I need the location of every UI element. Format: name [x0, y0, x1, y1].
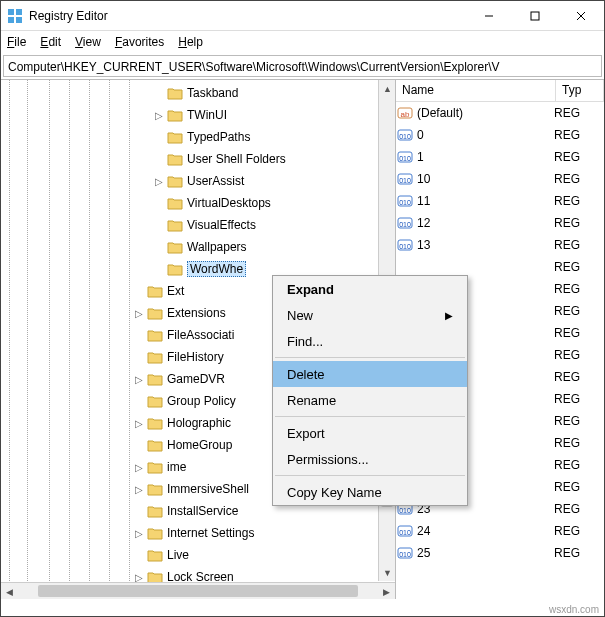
scroll-up-button[interactable]: ▲ — [379, 80, 396, 97]
value-type: REG — [554, 326, 604, 340]
menu-item-new[interactable]: New▶ — [273, 302, 467, 328]
svg-rect-1 — [16, 9, 22, 15]
value-name: 10 — [414, 172, 554, 186]
menu-help[interactable]: Help — [178, 35, 203, 49]
value-name: 11 — [414, 194, 554, 208]
tree-item-label: UserAssist — [187, 174, 244, 188]
tree-item-taskband[interactable]: Taskband — [1, 82, 395, 104]
binary-icon: 010 — [396, 237, 414, 253]
svg-text:010: 010 — [399, 133, 411, 140]
menu-item-find[interactable]: Find... — [273, 328, 467, 354]
tree-item-internet-settings[interactable]: ▷Internet Settings — [1, 522, 395, 544]
value-type: REG — [554, 370, 604, 384]
watermark: wsxdn.com — [549, 604, 599, 615]
value-type: REG — [554, 436, 604, 450]
svg-text:010: 010 — [399, 221, 411, 228]
menu-item-label: Expand — [287, 282, 334, 297]
expander-icon[interactable]: ▷ — [131, 462, 147, 473]
tree-item-twinui[interactable]: ▷TWinUI — [1, 104, 395, 126]
menu-item-permissions[interactable]: Permissions... — [273, 446, 467, 472]
expander-icon[interactable]: ▷ — [131, 528, 147, 539]
list-row[interactable]: 0101REG — [396, 146, 604, 168]
menu-file[interactable]: File — [7, 35, 26, 49]
menu-item-export[interactable]: Export — [273, 420, 467, 446]
address-bar[interactable]: Computer\HKEY_CURRENT_USER\Software\Micr… — [3, 55, 602, 77]
list-row[interactable]: 01012REG — [396, 212, 604, 234]
expander-icon[interactable]: ▷ — [131, 374, 147, 385]
tree-item-label: TypedPaths — [187, 130, 250, 144]
folder-icon — [147, 504, 163, 518]
menu-item-label: Rename — [287, 393, 336, 408]
folder-icon — [167, 196, 183, 210]
tree-item-label: InstallService — [167, 504, 238, 518]
close-button[interactable] — [558, 1, 604, 31]
menu-item-rename[interactable]: Rename — [273, 387, 467, 413]
expander-icon[interactable]: ▷ — [131, 572, 147, 583]
menu-item-copy-key-name[interactable]: Copy Key Name — [273, 479, 467, 505]
list-row[interactable]: 0100REG — [396, 124, 604, 146]
list-row[interactable]: 01024REG — [396, 520, 604, 542]
folder-icon — [147, 306, 163, 320]
expander-icon[interactable]: ▷ — [131, 484, 147, 495]
menu-item-label: New — [287, 308, 313, 323]
tree-item-live[interactable]: Live — [1, 544, 395, 566]
folder-icon — [167, 262, 183, 276]
expander-icon[interactable]: ▷ — [151, 110, 167, 121]
app-icon — [7, 8, 23, 24]
scroll-down-button[interactable]: ▼ — [379, 564, 396, 581]
value-type: REG — [554, 194, 604, 208]
scroll-right-button[interactable]: ▶ — [378, 583, 395, 599]
tree-item-wallpapers[interactable]: Wallpapers — [1, 236, 395, 258]
column-name[interactable]: Name — [396, 80, 556, 101]
tree-item-userassist[interactable]: ▷UserAssist — [1, 170, 395, 192]
value-type: REG — [554, 150, 604, 164]
expander-icon[interactable]: ▷ — [131, 418, 147, 429]
list-row[interactable]: 01010REG — [396, 168, 604, 190]
tree-item-typedpaths[interactable]: TypedPaths — [1, 126, 395, 148]
minimize-button[interactable] — [466, 1, 512, 31]
scroll-left-button[interactable]: ◀ — [1, 583, 18, 599]
value-name: 0 — [414, 128, 554, 142]
value-name: 13 — [414, 238, 554, 252]
value-type: REG — [554, 172, 604, 186]
value-name: 12 — [414, 216, 554, 230]
folder-icon — [167, 130, 183, 144]
tree-item-user-shell-folders[interactable]: User Shell Folders — [1, 148, 395, 170]
menu-item-label: Delete — [287, 367, 325, 382]
column-type[interactable]: Typ — [556, 80, 604, 101]
menu-view[interactable]: View — [75, 35, 101, 49]
list-row[interactable]: 01025REG — [396, 542, 604, 564]
folder-icon — [147, 416, 163, 430]
string-icon: ab — [396, 105, 414, 121]
binary-icon: 010 — [396, 171, 414, 187]
binary-icon: 010 — [396, 149, 414, 165]
tree-horizontal-scrollbar[interactable]: ◀ ▶ — [1, 582, 395, 599]
binary-icon: 010 — [396, 523, 414, 539]
binary-icon: 010 — [396, 215, 414, 231]
list-row[interactable]: 01011REG — [396, 190, 604, 212]
value-name: 24 — [414, 524, 554, 538]
tree-item-virtualdesktops[interactable]: VirtualDesktops — [1, 192, 395, 214]
value-type: REG — [554, 502, 604, 516]
tree-item-visualeffects[interactable]: VisualEffects — [1, 214, 395, 236]
tree-item-label: Group Policy — [167, 394, 236, 408]
value-type: REG — [554, 480, 604, 494]
folder-icon — [147, 460, 163, 474]
value-name: 25 — [414, 546, 554, 560]
expander-icon[interactable]: ▷ — [131, 308, 147, 319]
binary-icon: 010 — [396, 545, 414, 561]
folder-icon — [167, 86, 183, 100]
menu-favorites[interactable]: Favorites — [115, 35, 164, 49]
list-row[interactable]: 01013REG — [396, 234, 604, 256]
expander-icon[interactable]: ▷ — [151, 176, 167, 187]
svg-text:010: 010 — [399, 529, 411, 536]
list-row[interactable]: ab(Default)REG — [396, 102, 604, 124]
value-type: REG — [554, 260, 604, 274]
menu-item-expand[interactable]: Expand — [273, 276, 467, 302]
tree-item-label: Taskband — [187, 86, 238, 100]
value-type: REG — [554, 282, 604, 296]
menu-item-delete[interactable]: Delete — [273, 361, 467, 387]
maximize-button[interactable] — [512, 1, 558, 31]
menu-item-label: Find... — [287, 334, 323, 349]
menu-edit[interactable]: Edit — [40, 35, 61, 49]
